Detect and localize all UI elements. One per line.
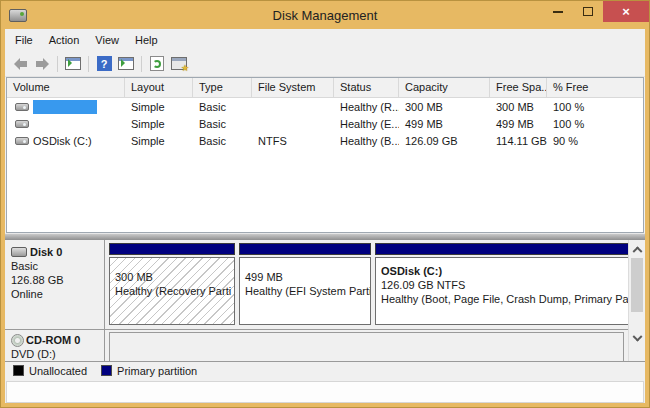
chevron-down-icon: [632, 331, 642, 341]
action-pane-icon: [118, 57, 134, 70]
scroll-up-button[interactable]: [629, 240, 645, 256]
cell-free-space: 499 MB: [490, 118, 547, 130]
cell-type: Basic: [193, 118, 252, 130]
disk0-name: Disk 0: [30, 245, 62, 259]
titlebar: Disk Management ×: [1, 1, 649, 29]
primary-partition-swatch: [101, 365, 112, 376]
partition-size: 499 MB: [245, 270, 370, 284]
menu-action[interactable]: Action: [41, 31, 88, 49]
legend-label: Unallocated: [29, 365, 87, 377]
back-button[interactable]: [9, 53, 31, 75]
col-free-space[interactable]: Free Spa...: [490, 78, 547, 97]
close-button[interactable]: ×: [603, 1, 649, 22]
cell-status: Healthy (E...: [334, 118, 399, 130]
col-layout[interactable]: Layout: [125, 78, 193, 97]
partition-size: 300 MB: [115, 270, 234, 284]
table-row[interactable]: Simple Basic Healthy (R... 300 MB 300 MB…: [7, 98, 643, 115]
cell-type: Basic: [193, 101, 252, 113]
table-row[interactable]: Simple Basic Healthy (E... 499 MB 499 MB…: [7, 115, 643, 132]
cell-status: Healthy (R...: [334, 101, 399, 113]
legend-label: Primary partition: [117, 365, 197, 377]
partition-osdisk-c[interactable]: OSDisk (C:) 126.09 GB NTFS Healthy (Boot…: [375, 243, 639, 325]
col-pct-free[interactable]: % Free: [547, 78, 643, 97]
cell-layout: Simple: [125, 118, 193, 130]
disk0-row: Disk 0 Basic 126.88 GB Online 300 MB Hea…: [5, 240, 628, 330]
cell-layout: Simple: [125, 101, 193, 113]
client-area: File Action View Help ? Volume: [5, 29, 645, 403]
cd-icon: [11, 334, 24, 347]
toolbar: ?: [5, 51, 645, 77]
unallocated-swatch: [13, 365, 24, 376]
disk0-header[interactable]: Disk 0 Basic 126.88 GB Online: [5, 240, 105, 329]
cell-capacity: 300 MB: [399, 101, 490, 113]
volume-name: OSDisk (C:): [33, 135, 92, 147]
toolbar-separator: [57, 56, 58, 72]
scrollbar-thumb[interactable]: [631, 258, 643, 312]
refresh-button[interactable]: [146, 53, 168, 75]
menubar: File Action View Help: [5, 29, 645, 51]
menu-help[interactable]: Help: [127, 31, 166, 49]
volume-icon: [15, 137, 29, 145]
cdrom-media: DVD (D:): [11, 347, 100, 361]
show-console-tree-button[interactable]: [62, 53, 84, 75]
partition-color-band: [239, 243, 371, 255]
legend-primary-partition: Primary partition: [101, 365, 197, 377]
scroll-down-button[interactable]: [629, 331, 645, 347]
cdrom-header[interactable]: CD-ROM 0 DVD (D:): [5, 330, 105, 361]
cdrom-name: CD-ROM 0: [26, 333, 80, 347]
disk-icon: [11, 247, 27, 257]
col-volume[interactable]: Volume: [7, 78, 125, 97]
close-icon: ×: [622, 5, 630, 18]
partition-recovery[interactable]: 300 MB Healthy (Recovery Parti: [109, 243, 235, 325]
partition-color-band: [375, 243, 639, 255]
partition-status: Healthy (Boot, Page File, Crash Dump, Pr…: [381, 292, 638, 306]
vertical-scrollbar[interactable]: [628, 240, 645, 361]
cell-pct-free: 100 %: [547, 118, 643, 130]
help-button[interactable]: ?: [93, 53, 115, 75]
disk-graph-pane: Disk 0 Basic 126.88 GB Online 300 MB Hea…: [5, 240, 645, 361]
partition-status: Healthy (EFI System Partit: [245, 284, 370, 298]
col-type[interactable]: Type: [193, 78, 252, 97]
pane-splitter[interactable]: [5, 233, 645, 240]
cell-status: Healthy (B...: [334, 135, 399, 147]
minimize-button[interactable]: [543, 1, 573, 22]
col-capacity[interactable]: Capacity: [399, 78, 490, 97]
maximize-icon: [583, 7, 593, 16]
col-file-system[interactable]: File System: [252, 78, 334, 97]
cdrom-media-region[interactable]: [109, 332, 624, 361]
disk0-status: Online: [11, 287, 100, 301]
table-row[interactable]: OSDisk (C:) Simple Basic NTFS Healthy (B…: [7, 132, 643, 149]
menu-view[interactable]: View: [87, 31, 127, 49]
volume-icon: [15, 103, 29, 111]
maximize-button[interactable]: [573, 1, 603, 22]
help-icon: ?: [97, 56, 112, 71]
cdrom-row: CD-ROM 0 DVD (D:): [5, 330, 628, 361]
partition-size: 126.09 GB NTFS: [381, 278, 638, 292]
cell-layout: Simple: [125, 135, 193, 147]
legend-bar: Unallocated Primary partition: [5, 361, 645, 379]
selected-volume-highlight: [33, 100, 97, 114]
col-status[interactable]: Status: [334, 78, 399, 97]
cell-capacity: 126.09 GB: [399, 135, 490, 147]
disk0-size: 126.88 GB: [11, 273, 100, 287]
cell-file-system: NTFS: [252, 135, 334, 147]
legend-unallocated: Unallocated: [13, 365, 87, 377]
forward-button[interactable]: [31, 53, 53, 75]
disk0-graph: 300 MB Healthy (Recovery Parti 499 MB He…: [105, 240, 643, 329]
forward-icon: [36, 58, 49, 70]
volume-list: Volume Layout Type File System Status Ca…: [6, 77, 644, 233]
toolbar-separator: [88, 56, 89, 72]
partition-efi[interactable]: 499 MB Healthy (EFI System Partit: [239, 243, 371, 325]
cell-capacity: 499 MB: [399, 118, 490, 130]
chevron-up-icon: [632, 246, 642, 256]
partition-color-band: [109, 243, 235, 255]
refresh-icon: [150, 56, 164, 71]
partition-status: Healthy (Recovery Parti: [115, 284, 234, 298]
rescan-disks-button[interactable]: [168, 53, 190, 75]
cell-type: Basic: [193, 135, 252, 147]
disk-management-window: Disk Management × File Action View Help: [0, 0, 650, 408]
show-action-pane-button[interactable]: [115, 53, 137, 75]
disk0-type: Basic: [11, 259, 100, 273]
menu-file[interactable]: File: [7, 31, 41, 49]
cell-free-space: 114.11 GB: [490, 135, 547, 147]
